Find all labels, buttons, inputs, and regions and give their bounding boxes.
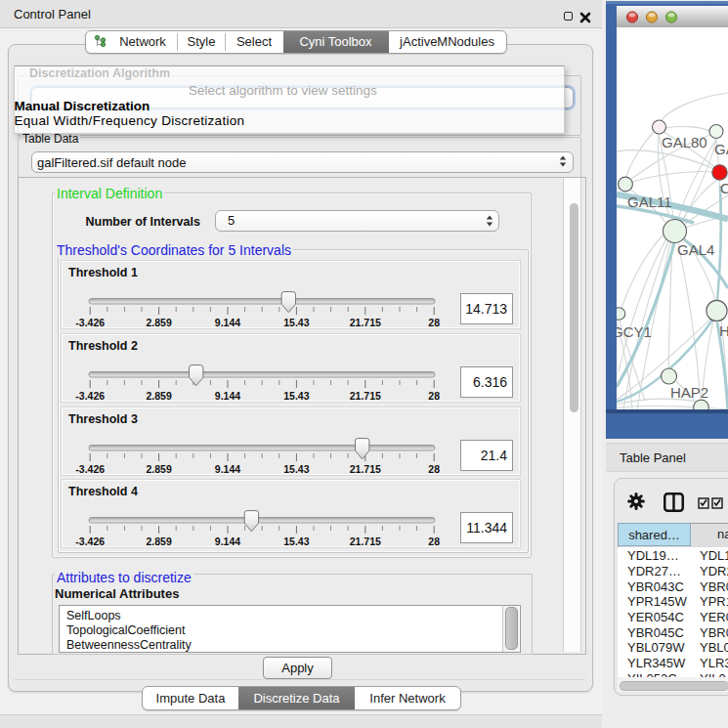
- svg-text:9.144: 9.144: [215, 463, 240, 475]
- svg-text:HA: HA: [719, 322, 728, 339]
- svg-text:GA: GA: [714, 141, 728, 157]
- svg-text:-3.426: -3.426: [75, 463, 105, 475]
- svg-text:2.859: 2.859: [146, 390, 171, 402]
- svg-text:9.144: 9.144: [215, 317, 240, 328]
- svg-text:-3.426: -3.426: [75, 317, 105, 328]
- svg-text:9.144: 9.144: [215, 535, 240, 547]
- svg-text:21.715: 21.715: [350, 317, 381, 328]
- svg-text:2.859: 2.859: [146, 463, 171, 475]
- svg-text:15.43: 15.43: [283, 463, 309, 475]
- svg-text:C: C: [720, 180, 728, 196]
- svg-text:21.715: 21.715: [350, 535, 381, 547]
- svg-text:2.859: 2.859: [146, 535, 171, 547]
- svg-text:HAP2: HAP2: [670, 384, 708, 401]
- svg-text:GCY1: GCY1: [617, 323, 652, 340]
- svg-text:21.715: 21.715: [350, 390, 381, 402]
- svg-text:28: 28: [428, 317, 440, 328]
- svg-text:15.43: 15.43: [283, 390, 309, 402]
- svg-text:28: 28: [428, 390, 440, 402]
- svg-text:2.859: 2.859: [146, 317, 171, 328]
- svg-text:GAL4: GAL4: [677, 241, 714, 258]
- svg-text:9.144: 9.144: [215, 390, 240, 402]
- svg-text:15.43: 15.43: [283, 317, 309, 328]
- svg-text:28: 28: [428, 535, 440, 547]
- svg-text:-3.426: -3.426: [75, 535, 105, 547]
- svg-text:28: 28: [428, 463, 440, 475]
- svg-text:21.715: 21.715: [350, 463, 381, 475]
- svg-text:GAL11: GAL11: [627, 193, 672, 210]
- svg-text:GAL80: GAL80: [662, 134, 707, 150]
- svg-text:-3.426: -3.426: [75, 390, 105, 402]
- svg-text:15.43: 15.43: [283, 535, 309, 547]
